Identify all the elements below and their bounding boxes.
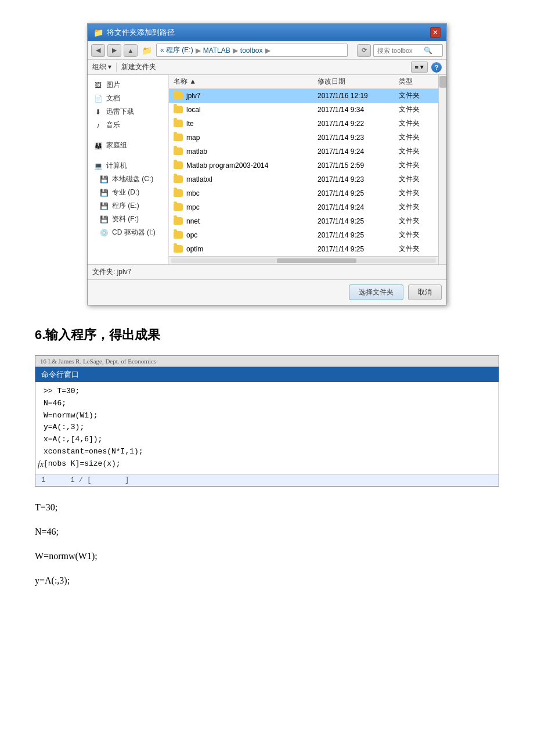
search-icon[interactable]: 🔍 <box>424 46 432 55</box>
file-row-matlabxl[interactable]: matlabxl 2017/1/14 9:23 文件夹 <box>169 172 438 186</box>
file-row-map[interactable]: map 2017/1/14 9:23 文件夹 <box>169 131 438 145</box>
nav-item-downloads[interactable]: ⬇ 迅雷下载 <box>88 105 168 118</box>
help-button[interactable]: ? <box>431 62 442 73</box>
drive-e-icon: 💾 <box>99 201 109 211</box>
file-row-lte[interactable]: lte 2017/1/14 9:22 文件夹 <box>169 117 438 131</box>
organize-button[interactable]: 组织 ▾ <box>92 62 111 72</box>
dialog-close-button[interactable]: ✕ <box>430 27 441 38</box>
back-button[interactable]: ◀ <box>91 44 105 57</box>
dialog-addressbar: ◀ ▶ ▲ 📁 « 程序 (E:) ▶ MATLAB ▶ toolbox ▶ ⟳… <box>88 41 446 60</box>
nav-item-drive-e[interactable]: 💾 程序 (E:) <box>88 199 168 213</box>
folder-icon-nav: 📁 <box>140 44 154 57</box>
file-type: 文件夹 <box>399 174 434 184</box>
file-type: 文件夹 <box>399 188 434 198</box>
file-row-mbc[interactable]: mbc 2017/1/14 9:25 文件夹 <box>169 186 438 200</box>
matlab-tab-text: 16 I.& James R. LeSage, Dept. of Economi… <box>40 358 156 365</box>
code-line-3: W=normw(W1); <box>44 410 490 422</box>
file-row-opc[interactable]: opc 2017/1/14 9:25 文件夹 <box>169 228 438 242</box>
file-row-mpc[interactable]: mpc 2017/1/14 9:24 文件夹 <box>169 200 438 214</box>
file-type: 文件夹 <box>399 244 434 254</box>
vertical-scrollbar[interactable] <box>438 75 446 264</box>
nav-item-pictures[interactable]: 🖼 图片 <box>88 78 168 92</box>
folder-icon <box>174 134 183 141</box>
fx-symbol: fx <box>38 458 44 471</box>
nav-item-label: CD 驱动器 (I:) <box>112 228 156 237</box>
file-type: 文件夹 <box>399 105 434 114</box>
nav-item-drive-f[interactable]: 💾 资料 (F:) <box>88 213 168 226</box>
view-button[interactable]: ≡ ▾ <box>411 62 428 73</box>
code-line-6: xconstant=ones(N*I,1); <box>44 446 490 458</box>
forward-button[interactable]: ▶ <box>107 44 121 57</box>
nav-item-docs[interactable]: 📄 文档 <box>88 92 168 105</box>
homegroup-icon: 👨‍👩‍👧 <box>93 141 103 150</box>
file-date: 2017/1/14 9:25 <box>317 245 399 253</box>
file-row-matlab[interactable]: matlab 2017/1/14 9:24 文件夹 <box>169 145 438 159</box>
nav-item-label: 文档 <box>106 93 120 103</box>
file-row-optim[interactable]: optim 2017/1/14 9:25 文件夹 <box>169 242 438 256</box>
nav-item-drive-d[interactable]: 💾 专业 (D:) <box>88 186 168 199</box>
file-list-header: 名称 ▲ 修改日期 类型 <box>169 75 438 89</box>
scrollbar-thumb[interactable] <box>277 258 356 263</box>
dialog-footer: 选择文件夹 取消 <box>88 279 446 305</box>
code-line-7: [nobs K]=size(x); <box>44 458 490 470</box>
downloads-icon: ⬇ <box>93 107 103 117</box>
dialog-status: 文件夹: jplv7 <box>88 264 446 279</box>
nav-item-homegroup[interactable]: 👨‍👩‍👧 家庭组 <box>88 139 168 152</box>
nav-item-cd-drive[interactable]: 💿 CD 驱动器 (I:) <box>88 226 168 239</box>
folder-icon <box>174 245 183 253</box>
nav-separator-2 <box>88 152 168 159</box>
nav-item-computer[interactable]: 💻 计算机 <box>88 159 168 172</box>
matlab-cmdwin-label: 命令行窗口 <box>41 370 79 379</box>
file-dialog-wrapper: 📁 将文件夹添加到路径 ✕ ◀ ▶ ▲ 📁 « 程序 (E:) ▶ MATLAB… <box>35 23 499 305</box>
col-date[interactable]: 修改日期 <box>317 77 399 87</box>
file-type: 文件夹 <box>399 202 434 212</box>
path-part-2[interactable]: MATLAB <box>203 46 230 55</box>
nav-separator-1 <box>88 132 168 139</box>
nav-item-label: 专业 (D:) <box>112 188 139 197</box>
folder-icon <box>174 175 183 183</box>
drive-c-icon: 💾 <box>99 175 109 184</box>
col-type[interactable]: 类型 <box>399 77 434 87</box>
horizontal-scrollbar[interactable] <box>169 256 438 264</box>
code-block-1: T=30; <box>35 501 499 514</box>
code-line-4: y=A(:,3); <box>44 422 490 434</box>
nav-item-label: 计算机 <box>106 161 127 171</box>
file-type: 文件夹 <box>399 146 434 156</box>
file-row-nnet[interactable]: nnet 2017/1/14 9:25 文件夹 <box>169 214 438 228</box>
file-row-jplv7[interactable]: jplv7 2017/1/16 12:19 文件夹 <box>169 89 438 103</box>
file-date: 2017/1/14 9:24 <box>317 147 399 156</box>
matlab-content: >> T=30; N=46; W=normw(W1); y=A(:,3); x=… <box>35 382 499 474</box>
file-type: 文件夹 <box>399 132 434 142</box>
scrollbar-thumb-v[interactable] <box>439 76 446 88</box>
view-dropdown-icon: ▾ <box>420 63 424 71</box>
folder-icon <box>174 147 183 155</box>
refresh-button[interactable]: ⟳ <box>357 44 371 57</box>
drive-f-icon: 💾 <box>99 215 109 224</box>
path-part-1[interactable]: « 程序 (E:) <box>160 45 193 55</box>
file-date: 2017/1/14 9:25 <box>317 231 399 239</box>
file-date: 2017/1/15 2:59 <box>317 161 399 170</box>
new-folder-button[interactable]: 新建文件夹 <box>121 62 156 72</box>
file-row-matlab-program[interactable]: Matlab program2003-2014 2017/1/15 2:59 文… <box>169 159 438 172</box>
dialog-toolbar: 组织 ▾ 新建文件夹 ≡ ▾ ? <box>88 60 446 75</box>
docs-icon: 📄 <box>93 94 103 103</box>
search-box[interactable]: 🔍 <box>373 44 443 57</box>
code-line-1: >> T=30; <box>44 386 490 398</box>
nav-item-drive-c[interactable]: 💾 本地磁盘 (C:) <box>88 172 168 186</box>
path-part-3[interactable]: toolbox <box>240 46 263 55</box>
cancel-button[interactable]: 取消 <box>408 285 442 300</box>
nav-item-music[interactable]: ♪ 音乐 <box>88 118 168 132</box>
matlab-bottom-bar: 1 1 / [ ] <box>35 474 499 486</box>
col-name[interactable]: 名称 ▲ <box>174 77 317 87</box>
file-type: 文件夹 <box>399 216 434 226</box>
file-row-local[interactable]: local 2017/1/14 9:34 文件夹 <box>169 103 438 117</box>
up-button[interactable]: ▲ <box>124 44 138 57</box>
select-folder-button[interactable]: 选择文件夹 <box>349 285 403 300</box>
search-input[interactable] <box>377 47 424 54</box>
file-type: 文件夹 <box>399 160 434 170</box>
code-line-2: N=46; <box>44 398 490 410</box>
file-type: 文件夹 <box>399 118 434 128</box>
section-heading: 6.输入程序，得出成果 <box>35 326 499 344</box>
address-path[interactable]: « 程序 (E:) ▶ MATLAB ▶ toolbox ▶ <box>156 44 348 57</box>
dialog-titlebar: 📁 将文件夹添加到路径 ✕ <box>88 24 446 41</box>
